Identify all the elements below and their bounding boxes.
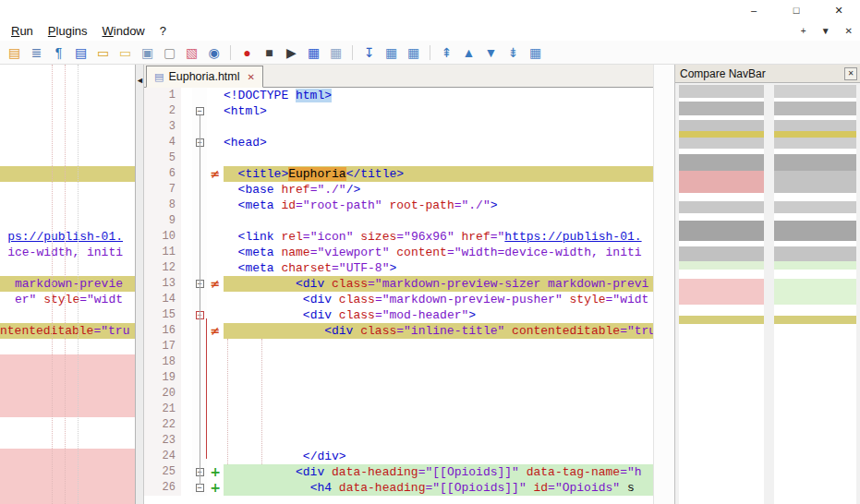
bookmark-margin[interactable] [181,103,192,119]
line-number[interactable]: 24 [144,449,181,464]
code-text[interactable]: <meta charset="UTF-8"> [224,260,653,276]
line-number[interactable]: 5 [144,150,181,166]
bookmark-margin[interactable] [181,182,192,198]
line-number[interactable]: 20 [144,386,181,402]
left-line-4[interactable] [0,135,135,150]
line-number[interactable]: 2 [144,103,181,119]
set-first-compare-icon[interactable]: ↧ [359,42,379,62]
bookmark-margin[interactable] [181,150,192,166]
code-text[interactable] [224,150,653,166]
run-multi-icon[interactable]: ▦ [326,42,345,62]
bookmark-margin[interactable] [181,417,192,433]
diff-map-block[interactable] [774,102,856,116]
diff-map-block[interactable] [679,316,764,324]
diff-map-block[interactable] [679,193,764,201]
diff-map-block[interactable] [679,102,764,116]
code-text[interactable] [224,417,653,433]
left-line-16[interactable]: ntenteditable="tru [0,323,135,339]
left-line-2[interactable] [0,103,135,119]
zoom-out-icon[interactable]: ▭ [115,42,135,62]
code-text[interactable] [224,354,653,370]
left-line-19[interactable] [0,370,135,386]
left-line-27[interactable] [0,496,135,504]
bookmark-margin[interactable] [181,323,192,339]
diff-map-block[interactable] [774,120,856,131]
diff-map-block[interactable] [774,193,856,201]
line-number[interactable]: 26 [144,480,181,496]
show-symbols-icon[interactable]: ¶ [49,42,68,62]
left-line-7[interactable] [0,182,135,198]
menu-run[interactable]: Run [7,22,41,40]
diff-map-block[interactable] [679,171,764,193]
bookmark-margin[interactable] [181,433,192,449]
left-line-12[interactable] [0,260,135,276]
stop-macro-icon[interactable]: ■ [260,42,279,62]
left-line-15[interactable] [0,307,135,323]
tab-list-button[interactable]: ▼ [821,26,830,36]
bookmark-margin[interactable] [181,386,192,402]
menu-window[interactable]: Window [99,22,152,40]
diff-map-block[interactable] [774,305,856,317]
line-number[interactable]: 10 [144,229,181,245]
menu-plugins[interactable]: Plugins [44,22,95,40]
diff-map-block[interactable] [679,213,764,221]
diff-map-block[interactable] [679,120,764,131]
pane-splitter[interactable]: ◄ [135,65,144,504]
line-number[interactable]: 9 [144,213,181,229]
bookmark-margin[interactable] [181,402,192,417]
bookmark-margin[interactable] [181,198,192,213]
tab-scroll-left-icon[interactable]: ◄ [136,76,144,85]
line-number[interactable]: 6 [144,166,181,182]
diff-map-block[interactable] [679,154,764,171]
minimize-button[interactable]: – [733,0,775,20]
left-line-14[interactable]: er" style="widt [0,292,135,307]
word-wrap-icon[interactable]: ▤ [71,42,91,62]
diff-map-block[interactable] [774,261,856,270]
code-text[interactable] [224,370,653,386]
diff-map-block[interactable] [774,316,856,324]
first-diff-icon[interactable]: ⇞ [437,42,456,62]
line-number[interactable]: 16 [144,323,181,339]
code-text[interactable] [224,386,653,402]
left-line-18[interactable] [0,354,135,370]
line-number[interactable]: 13 [144,276,181,292]
diff-map-block[interactable] [774,213,856,221]
left-line-5[interactable] [0,150,135,166]
fold-margin[interactable] [192,88,207,103]
code-text[interactable] [224,402,653,417]
line-number[interactable]: 22 [144,417,181,433]
diff-map-block[interactable] [679,241,764,247]
code-text[interactable]: <meta id="root-path" root-path="./"> [224,198,653,213]
record-macro-icon[interactable]: ● [237,42,257,62]
line-number[interactable]: 11 [144,245,181,260]
diff-map-block[interactable] [774,221,856,240]
menu-help[interactable]: ? [156,22,174,40]
diff-map-block[interactable] [679,85,764,98]
code-text[interactable]: <div class="inline-title" contenteditabl… [224,323,653,339]
bookmark-margin[interactable] [181,166,192,182]
nav-bar-toggle-icon[interactable]: ▦ [526,42,545,62]
code-text[interactable] [224,339,653,354]
code-text[interactable] [224,119,653,135]
left-line-13[interactable]: markdown-previe [0,276,135,292]
diff-map-block[interactable] [679,279,764,304]
clear-compare-icon[interactable]: ▦ [404,42,423,62]
compare-icon[interactable]: ▦ [382,42,401,62]
bookmark-margin[interactable] [181,213,192,229]
diff-map-block[interactable] [774,324,856,504]
last-diff-icon[interactable]: ⇟ [503,42,523,62]
code-text[interactable]: <link rel="icon" sizes="96x96" href="htt… [224,229,653,245]
line-number[interactable]: 1 [144,88,181,103]
bookmark-margin[interactable] [181,354,192,370]
diff-map-block[interactable] [774,138,856,150]
diff-map-block[interactable] [679,138,764,150]
line-number[interactable]: 8 [144,198,181,213]
diff-map-block[interactable] [679,221,764,240]
left-editor-pane[interactable]: ps://publish-01.ice-width, initimarkdown… [0,65,135,504]
left-line-9[interactable] [0,213,135,229]
editor-scrollbar[interactable] [653,65,674,504]
diff-map-block[interactable] [774,171,856,193]
maximize-button[interactable]: □ [775,0,818,20]
close-button[interactable]: ✕ [818,0,860,20]
prev-diff-icon[interactable]: ▲ [459,42,478,62]
